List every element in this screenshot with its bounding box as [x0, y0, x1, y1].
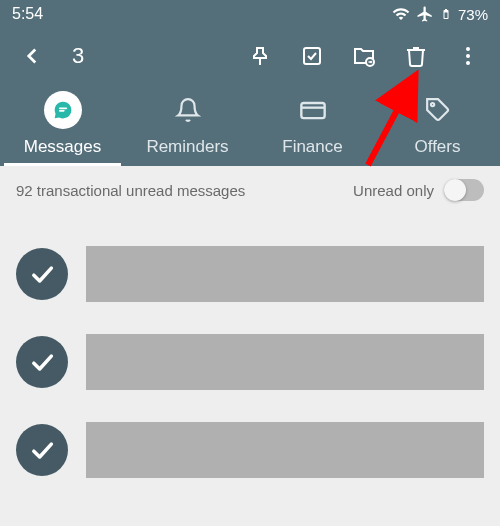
- list-item[interactable]: [16, 246, 484, 302]
- message-list: [0, 246, 500, 478]
- unread-toggle-label: Unread only: [353, 182, 434, 199]
- selected-check-icon[interactable]: [16, 336, 68, 388]
- card-icon: [299, 93, 327, 127]
- status-time: 5:54: [12, 5, 43, 23]
- tab-finance[interactable]: Finance: [250, 84, 375, 166]
- tab-label: Finance: [282, 137, 342, 157]
- svg-rect-6: [301, 103, 324, 118]
- selected-count: 3: [60, 43, 232, 69]
- svg-point-8: [430, 103, 433, 106]
- select-all-button[interactable]: [288, 32, 336, 80]
- svg-point-5: [466, 61, 470, 65]
- selected-check-icon[interactable]: [16, 424, 68, 476]
- filter-bar: 92 transactional unread messages Unread …: [0, 166, 500, 214]
- svg-point-3: [466, 47, 470, 51]
- status-bar: 5:54 73%: [0, 0, 500, 28]
- tag-icon: [425, 93, 451, 127]
- status-battery: 73%: [458, 6, 488, 23]
- svg-point-4: [466, 54, 470, 58]
- pin-button[interactable]: [236, 32, 284, 80]
- status-icons: 73%: [392, 5, 488, 23]
- wifi-icon: [392, 5, 410, 23]
- tab-offers[interactable]: Offers: [375, 84, 500, 166]
- unread-only-toggle[interactable]: [444, 179, 484, 201]
- battery-icon: [440, 5, 452, 23]
- overflow-menu-button[interactable]: [444, 32, 492, 80]
- back-button[interactable]: [8, 32, 56, 80]
- tab-messages[interactable]: Messages: [0, 84, 125, 166]
- svg-rect-1: [304, 48, 320, 64]
- move-to-folder-button[interactable]: [340, 32, 388, 80]
- message-preview-placeholder: [86, 422, 484, 478]
- bell-icon: [175, 93, 201, 127]
- category-tabs: Messages Reminders Finance Offers: [0, 84, 500, 166]
- tab-label: Offers: [415, 137, 461, 157]
- list-item[interactable]: [16, 422, 484, 478]
- delete-button[interactable]: [392, 32, 440, 80]
- selection-toolbar: 3: [0, 28, 500, 84]
- tab-label: Messages: [24, 137, 101, 157]
- tab-reminders[interactable]: Reminders: [125, 84, 250, 166]
- message-preview-placeholder: [86, 246, 484, 302]
- list-item[interactable]: [16, 334, 484, 390]
- messages-icon: [44, 91, 82, 129]
- tab-label: Reminders: [146, 137, 228, 157]
- selected-check-icon[interactable]: [16, 248, 68, 300]
- message-preview-placeholder: [86, 334, 484, 390]
- airplane-icon: [416, 5, 434, 23]
- unread-summary: 92 transactional unread messages: [16, 182, 245, 199]
